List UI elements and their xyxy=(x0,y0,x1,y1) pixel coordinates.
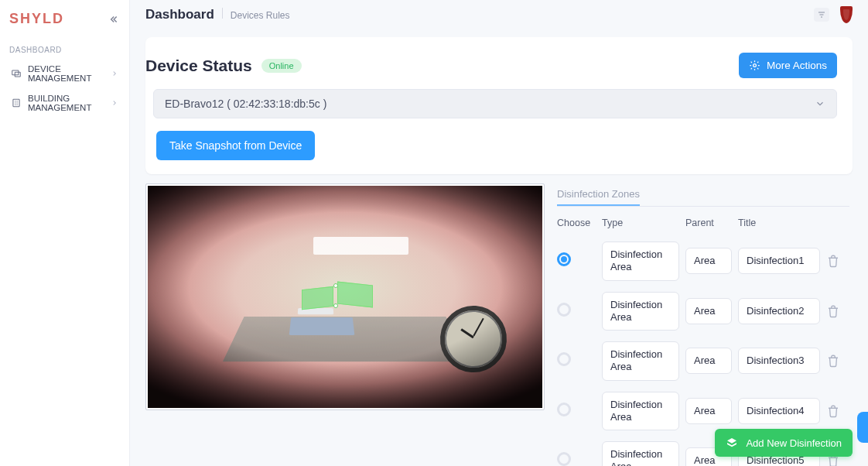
device-id: ED-Bravo12 ( 02:42:33:18:db:5c ) xyxy=(165,98,326,110)
sidebar-item-label: BUILDING MANAGEMENT xyxy=(28,94,111,112)
col-title: Title xyxy=(738,218,820,228)
col-type: Type xyxy=(602,218,679,228)
zone-title[interactable]: Disinfection2 xyxy=(738,298,820,324)
choose-radio[interactable] xyxy=(557,403,571,416)
camera-preview[interactable] xyxy=(148,186,542,408)
breadcrumb-main: Dashboard xyxy=(145,7,214,22)
device-selector[interactable]: ED-Bravo12 ( 02:42:33:18:db:5c ) xyxy=(153,89,837,118)
zone-title[interactable]: Disinfection3 xyxy=(738,348,820,374)
delete-icon[interactable] xyxy=(826,304,840,318)
side-fab[interactable] xyxy=(857,412,868,443)
choose-radio[interactable] xyxy=(557,303,571,317)
add-disinfection-label: Add New Disinfection xyxy=(746,437,842,449)
device-status-card: Device Status Online More Actions ED-Bra… xyxy=(145,37,853,174)
zone-type[interactable]: Disinfection Area xyxy=(602,292,679,331)
sidebar-item-device-management[interactable]: DEVICE MANAGEMENT xyxy=(8,59,121,88)
zone-type[interactable]: Disinfection Area xyxy=(602,392,679,431)
breadcrumb: Dashboard Devices Rules xyxy=(145,7,290,22)
delete-icon[interactable] xyxy=(826,404,840,418)
zone-type[interactable]: Disinfection Area xyxy=(602,441,679,466)
choose-radio[interactable] xyxy=(557,452,571,466)
filter-icon[interactable] xyxy=(814,8,829,22)
status-badge: Online xyxy=(261,59,302,73)
more-actions-label: More Actions xyxy=(767,60,827,71)
zone-parent[interactable]: Area xyxy=(685,348,732,374)
zone-parent[interactable]: Area xyxy=(685,298,732,324)
zone-type[interactable]: Disinfection Area xyxy=(602,341,679,381)
chevron-right-icon xyxy=(111,70,118,77)
sidebar-section: DASHBOARD xyxy=(9,46,120,54)
chevron-right-icon xyxy=(111,99,118,107)
zone-parent[interactable]: Area xyxy=(685,398,732,424)
more-actions-button[interactable]: More Actions xyxy=(739,53,837,78)
layers-icon xyxy=(726,437,738,449)
camera-preview-frame xyxy=(145,183,545,410)
zone-title[interactable]: Disinfection4 xyxy=(738,398,820,424)
zone-parent[interactable]: Area xyxy=(685,248,732,274)
brand-logo: SHYLD xyxy=(9,11,64,27)
page-title: Device Status xyxy=(145,57,252,75)
zone-title[interactable]: Disinfection1 xyxy=(738,248,820,274)
col-choose: Choose xyxy=(557,218,596,228)
breadcrumb-sep xyxy=(222,8,223,19)
sidebar-item-building-management[interactable]: BUILDING MANAGEMENT xyxy=(8,88,121,118)
svg-rect-1 xyxy=(15,72,20,77)
sidebar: SHYLD DASHBOARD DEVICE MANAGEMENT xyxy=(0,0,130,466)
delete-icon[interactable] xyxy=(826,354,840,368)
sidebar-item-label: DEVICE MANAGEMENT xyxy=(28,64,111,83)
org-shield-badge[interactable] xyxy=(840,6,853,23)
svg-point-3 xyxy=(754,64,757,67)
lens-vignette xyxy=(148,186,542,408)
zones-header-row: Choose Type Parent Title xyxy=(557,207,849,236)
svg-rect-0 xyxy=(12,70,19,75)
col-parent: Parent xyxy=(685,218,732,228)
choose-radio[interactable] xyxy=(557,352,571,366)
take-snapshot-button[interactable]: Take Snapshot from Device xyxy=(156,131,315,160)
zone-row: Disinfection AreaAreaDisinfection3 xyxy=(557,336,849,386)
topbar: Dashboard Devices Rules xyxy=(130,0,868,29)
building-icon xyxy=(11,98,22,108)
svg-rect-2 xyxy=(13,99,19,106)
delete-icon[interactable] xyxy=(826,254,840,268)
gear-icon xyxy=(749,60,760,71)
zone-type[interactable]: Disinfection Area xyxy=(602,242,679,281)
zone-row: Disinfection AreaAreaDisinfection1 xyxy=(557,236,849,286)
sidebar-collapse-icon[interactable] xyxy=(106,12,120,26)
breadcrumb-sub[interactable]: Devices Rules xyxy=(231,10,290,21)
add-disinfection-button[interactable]: Add New Disinfection xyxy=(715,429,853,457)
choose-radio[interactable] xyxy=(557,252,571,266)
tab-disinfection-zones[interactable]: Disinfection Zones xyxy=(557,183,640,206)
zone-row: Disinfection AreaAreaDisinfection2 xyxy=(557,286,849,337)
device-icon xyxy=(11,68,22,79)
disinfection-zones-panel: Disinfection Zones Choose Type Parent Ti… xyxy=(557,183,853,466)
chevron-down-icon xyxy=(815,98,825,109)
